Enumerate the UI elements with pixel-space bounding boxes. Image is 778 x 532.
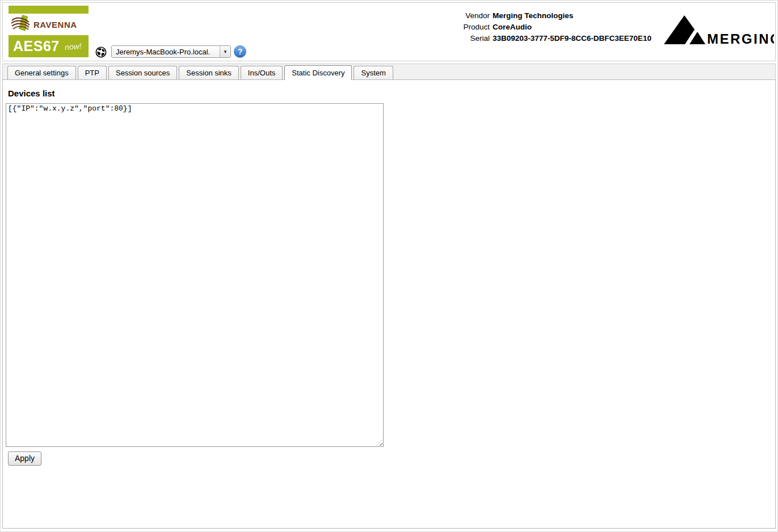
merging-logo-text: MERGING [707,31,774,45]
hostname-select[interactable]: Jeremys-MacBook-Pro.local. ▼ [111,45,231,58]
devices-list-textarea[interactable]: [{"IP":"w.x.y.z","port":80}] [6,103,384,447]
static-discovery-panel: Devices list [{"IP":"w.x.y.z","port":80}… [2,79,776,529]
aes67-banner: AES67 now! [9,35,89,57]
ravenna-brand-text: RAVENNA [33,20,77,29]
tab-system[interactable]: System [354,66,393,79]
tab-session-sources[interactable]: Session sources [108,66,177,79]
vendor-value: Merging Technologies [493,10,651,22]
apply-button[interactable]: Apply [8,451,41,466]
ravenna-leaf-icon [10,14,31,35]
aes67-tagline: now! [64,41,82,52]
tab-general-settings[interactable]: General settings [7,66,76,79]
logo-green-strip [9,6,89,14]
hostname-select-value: Jeremys-MacBook-Pro.local. [112,48,220,56]
tab-ins-outs[interactable]: Ins/Outs [241,66,283,79]
ravenna-logo-row: RAVENNA [9,14,89,35]
help-icon[interactable]: ? [234,45,246,58]
product-label: Product [449,22,490,33]
chevron-down-icon[interactable]: ▼ [220,46,230,57]
merging-triangle-icon [664,15,695,44]
ravenna-aes67-logo: RAVENNA AES67 now! [9,6,89,57]
aes67-text: AES67 [13,38,60,54]
tab-ptp[interactable]: PTP [78,66,107,79]
tab-static-discovery[interactable]: Static Discovery [284,65,352,80]
merging-logo: MERGING [663,15,774,48]
vendor-label: Vendor [449,10,490,22]
devices-list-heading: Devices list [8,88,775,98]
globe-icon [95,47,107,58]
serial-label: Serial [449,33,490,44]
tab-bar: General settings PTP Session sources Ses… [2,64,776,79]
device-info-block: Vendor Merging Technologies Product Core… [449,10,651,44]
devices-list-wrap: [{"IP":"w.x.y.z","port":80}] [6,103,384,447]
serial-value: 33B09203-3777-5DF9-8CC6-DBFC3EE70E10 [493,33,651,44]
page-header: RAVENNA AES67 now! Jeremys-MacBook-Pro.l… [2,2,776,61]
tab-session-sinks[interactable]: Session sinks [179,66,238,79]
product-value: CoreAudio [493,22,651,33]
